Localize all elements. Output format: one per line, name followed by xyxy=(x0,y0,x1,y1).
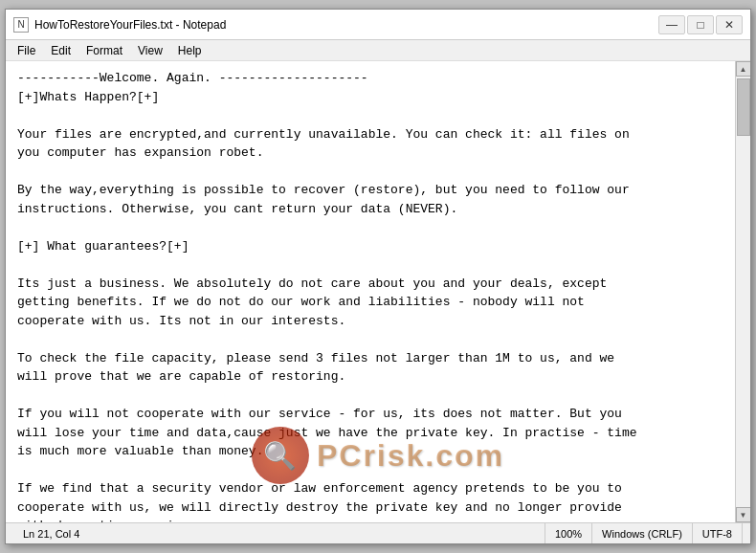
window-title: HowToRestoreYourFiles.txt - Notepad xyxy=(34,18,226,32)
scroll-down-button[interactable]: ▼ xyxy=(736,507,751,522)
scrollbar-track: ▲ ▼ xyxy=(735,61,750,522)
status-bar: Ln 21, Col 4 100% Windows (CRLF) UTF-8 xyxy=(6,522,750,543)
title-bar-left: N HowToRestoreYourFiles.txt - Notepad xyxy=(13,17,226,33)
menu-edit[interactable]: Edit xyxy=(43,42,78,59)
status-encoding: UTF-8 xyxy=(693,523,743,543)
close-button[interactable]: ✕ xyxy=(716,15,743,34)
notepad-icon-symbol: N xyxy=(17,19,24,30)
window-controls: — □ ✕ xyxy=(658,15,743,34)
maximize-button[interactable]: □ xyxy=(687,15,714,34)
scroll-up-button[interactable]: ▲ xyxy=(736,61,751,77)
status-zoom: 100% xyxy=(545,523,592,543)
content-wrapper: -----------Welcome. Again. -------------… xyxy=(6,61,750,522)
menu-bar: File Edit Format View Help xyxy=(6,40,750,61)
status-line-col: Ln 21, Col 4 xyxy=(13,523,545,543)
status-line-ending: Windows (CRLF) xyxy=(592,523,693,543)
scrollbar-thumb[interactable] xyxy=(737,78,750,136)
title-bar: N HowToRestoreYourFiles.txt - Notepad — … xyxy=(6,10,750,40)
minimize-button[interactable]: — xyxy=(658,15,685,34)
menu-help[interactable]: Help xyxy=(170,42,210,59)
notepad-icon: N xyxy=(13,17,29,33)
menu-format[interactable]: Format xyxy=(78,42,130,59)
menu-view[interactable]: View xyxy=(130,42,170,59)
notepad-window: N HowToRestoreYourFiles.txt - Notepad — … xyxy=(5,9,751,544)
menu-file[interactable]: File xyxy=(10,42,43,59)
text-editor[interactable]: -----------Welcome. Again. -------------… xyxy=(6,61,735,522)
